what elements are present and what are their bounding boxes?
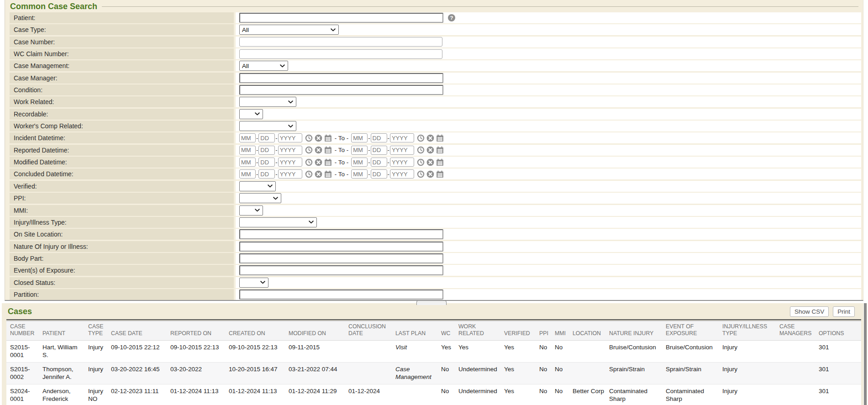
wc-claim-number-input[interactable] [239, 49, 442, 59]
year-input[interactable] [278, 169, 302, 179]
patient-input[interactable] [239, 13, 443, 23]
column-header[interactable]: CASE NUMBER [6, 321, 41, 341]
day-input[interactable] [371, 169, 387, 179]
year-input[interactable] [390, 133, 414, 142]
month-input[interactable] [239, 169, 256, 179]
year-input[interactable] [390, 158, 414, 167]
mmi-select[interactable] [239, 205, 263, 216]
column-header[interactable]: NATURE INJURY [607, 321, 664, 341]
calendar-icon[interactable] [324, 134, 332, 142]
column-header[interactable]: OPTIONS [817, 321, 861, 341]
column-header[interactable]: CASE MANAGERS [778, 321, 817, 341]
column-header[interactable]: CONCLUSION DATE [347, 321, 394, 341]
date-separator: - [368, 135, 370, 142]
clear-icon[interactable] [315, 146, 322, 154]
day-input[interactable] [371, 158, 387, 167]
clock-icon[interactable] [417, 158, 425, 166]
case-type-select[interactable]: All [239, 25, 339, 35]
hidden-search-button[interactable] [416, 300, 447, 305]
calendar-icon[interactable] [436, 134, 444, 142]
calendar-icon[interactable] [436, 146, 444, 154]
ppi-select[interactable] [239, 193, 281, 203]
column-header[interactable]: LOCATION [571, 321, 607, 341]
column-header[interactable]: MMI [553, 321, 571, 341]
column-header[interactable]: MODIFIED ON [287, 321, 347, 341]
case-cell: Injury [721, 340, 778, 362]
on-site-location-input[interactable] [239, 229, 443, 239]
print-button[interactable]: Print [833, 306, 855, 317]
calendar-icon[interactable] [324, 170, 332, 178]
month-input[interactable] [351, 169, 368, 179]
calendar-icon[interactable] [324, 146, 332, 154]
day-input[interactable] [258, 133, 275, 142]
clock-icon[interactable] [417, 134, 425, 142]
month-input[interactable] [351, 133, 368, 142]
nature-of-injury-input[interactable] [239, 242, 443, 252]
case-number-input[interactable] [239, 37, 442, 47]
events-of-exposure-input[interactable] [239, 265, 443, 275]
day-input[interactable] [258, 146, 275, 155]
column-header[interactable]: WC [439, 321, 457, 341]
year-input[interactable] [278, 158, 302, 167]
clear-icon[interactable] [315, 134, 322, 142]
case-row[interactable]: S2024-0001Anderson, FrederickInjury NO02… [6, 384, 861, 405]
day-input[interactable] [258, 158, 275, 167]
body-part-input[interactable] [239, 253, 443, 263]
case-cell: Undetermined [457, 384, 502, 405]
column-header[interactable]: PATIENT [41, 321, 86, 341]
case-cell: Hart, William S. [41, 340, 86, 362]
clear-icon[interactable] [426, 134, 434, 142]
clear-icon[interactable] [426, 146, 434, 154]
recordable-select[interactable] [239, 109, 263, 119]
column-header[interactable]: CREATED ON [227, 321, 287, 341]
month-input[interactable] [239, 133, 256, 142]
clear-icon[interactable] [315, 158, 322, 166]
day-input[interactable] [371, 146, 387, 155]
column-header[interactable]: REPORTED ON [168, 321, 227, 341]
clock-icon[interactable] [417, 146, 425, 154]
day-input[interactable] [258, 169, 275, 179]
month-input[interactable] [351, 158, 368, 167]
clock-icon[interactable] [305, 146, 313, 154]
day-input[interactable] [371, 133, 387, 142]
year-input[interactable] [390, 169, 414, 179]
month-input[interactable] [239, 146, 256, 155]
month-input[interactable] [239, 158, 256, 167]
clear-icon[interactable] [315, 170, 322, 178]
workers-comp-related-select[interactable] [239, 121, 296, 131]
case-row[interactable]: S2015-0002Thompson, Jennifer A.Injury03-… [6, 362, 861, 384]
case-management-select[interactable]: All [239, 61, 288, 71]
month-input[interactable] [351, 146, 368, 155]
verified-select[interactable] [239, 181, 276, 191]
clock-icon[interactable] [305, 170, 313, 178]
column-header[interactable]: CASE TYPE [86, 321, 109, 341]
show-csv-button[interactable]: Show CSV [790, 306, 829, 317]
column-header[interactable]: VERIFIED [502, 321, 537, 341]
clock-icon[interactable] [417, 170, 425, 178]
column-header[interactable]: WORK RELATED [457, 321, 502, 341]
case-manager-input[interactable] [239, 73, 443, 83]
year-input[interactable] [278, 146, 302, 155]
column-header[interactable]: CASE DATE [109, 321, 168, 341]
clear-icon[interactable] [426, 158, 434, 166]
injury-illness-type-select[interactable] [239, 217, 317, 227]
closed-status-select[interactable] [239, 278, 268, 288]
column-header[interactable]: EVENT OF EXPOSURE [664, 321, 721, 341]
clock-icon[interactable] [305, 158, 313, 166]
clear-icon[interactable] [426, 170, 434, 178]
column-header[interactable]: LAST PLAN [394, 321, 439, 341]
condition-input[interactable] [239, 85, 443, 95]
work-related-select[interactable] [239, 97, 296, 107]
help-icon[interactable]: ? [448, 14, 455, 21]
column-header[interactable]: PPI [537, 321, 553, 341]
case-row[interactable]: S2015-0001Hart, William S.Injury09-10-20… [6, 340, 861, 362]
year-input[interactable] [390, 146, 414, 155]
column-header[interactable]: INJURY/ILLNESS TYPE [721, 321, 778, 341]
calendar-icon[interactable] [436, 170, 444, 178]
calendar-icon[interactable] [324, 158, 332, 166]
clock-icon[interactable] [305, 134, 313, 142]
calendar-icon[interactable] [436, 158, 444, 166]
scrollbar[interactable] [863, 303, 867, 405]
year-input[interactable] [278, 133, 302, 142]
partition-input[interactable] [239, 289, 443, 300]
